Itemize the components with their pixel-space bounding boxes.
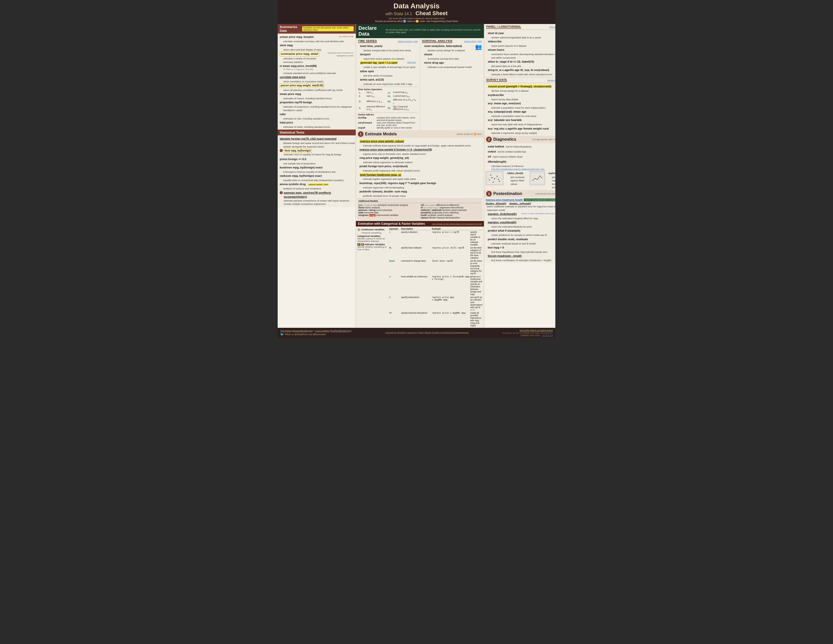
exdesc-header <box>470 227 482 230</box>
op-row-2: F.lead xt+1 F2.2-period lead xt+2 <box>358 95 418 98</box>
jackknife-cmd: jackknife r(mean), double: sum mpg <box>357 189 482 194</box>
ci-cmd: ci mean mpg price, level(99) for Stata 1… <box>278 64 356 71</box>
op-i-desc: specify indicators <box>401 231 431 246</box>
rvfplot-cmd: rvfplot, yline(0) <box>505 171 528 175</box>
declare-data-note: By declaring data type, you enable Stata… <box>386 29 481 34</box>
op-l2: L2. <box>387 91 392 95</box>
op-c: c. <box>389 275 400 295</box>
tsline-cmd: tsline spot <box>358 69 418 74</box>
anova-row: anova systolic drug webuse systolic, cle… <box>278 182 356 187</box>
vif-desc: report variance inflation factor <box>493 156 523 158</box>
post-regress-row: regress price headroom length Used in al… <box>486 198 555 201</box>
declare-data-title: Declare Data <box>359 25 384 37</box>
continuous-icon: ⊙ <box>357 227 360 232</box>
header: Data Analysis with Stata 14.1 Cheat Shee… <box>278 0 555 24</box>
ttest-desc: estimate t test on equality of means for… <box>284 153 341 156</box>
e-class-badge: e <box>416 20 418 23</box>
ex-header: Example <box>432 227 470 230</box>
survival-icon: 👥 <box>475 44 482 50</box>
author2[interactable]: Laura Hughes (lhughes@usaid.gov) <box>315 330 351 332</box>
panel-content: xtset id year declare national longitudi… <box>484 30 555 77</box>
survival-webuse: webuse drugs, clear <box>464 40 482 42</box>
footer-center: inspired by RStudio's awesome Cheat Shee… <box>385 332 468 334</box>
xtline-desc: plot panel data as a line plot <box>486 64 555 68</box>
ivregress-row: ivregress ivreg2 instrumental variables <box>359 214 419 216</box>
diagnostics-header: 2 Diagnostics not appropriate after robu… <box>484 135 555 143</box>
op-ib-desc: specify base indicator <box>401 246 431 259</box>
ttest-indicator: 1 <box>280 149 283 152</box>
post-regress-cmd: regress price headroom length <box>486 198 523 201</box>
survival-title: Survival Analysis <box>422 39 452 43</box>
predict-desc: create predictions for sample on which m… <box>486 233 555 237</box>
survey-title: Survey Data <box>486 78 507 82</box>
useful-addins: Useful Add-Ins tscollap compact time ser… <box>358 113 418 129</box>
op-dhash-desc: specify factorial interactions <box>401 312 431 327</box>
correlate-desc: return correlation or covariance matrix <box>278 80 356 83</box>
tsspell-cmd: tsspell <box>358 127 376 129</box>
op-s: S. <box>358 105 365 111</box>
op-f-desc: lead xt+1 <box>365 95 387 98</box>
ovtest-cmd: ovtest test for omitted variable bias <box>486 149 555 154</box>
continuous-label: Continuous Variables <box>361 228 384 231</box>
rvfplot-desc: plot residuals against fitted values <box>505 175 528 186</box>
footer-right: geocenter.github.io/StataTraining Discla… <box>502 329 553 336</box>
author1[interactable]: Tim Essam (tessam@usaid.gov) <box>280 330 313 332</box>
categorical-section: Estimation with Categorical & Factor Var… <box>356 221 484 328</box>
xtsum-desc: summarize hours worked, decomposing stan… <box>486 53 555 60</box>
time-series-title: Time Series <box>358 39 377 43</box>
svg-point-5 <box>499 181 500 182</box>
pwcorr-cmd: pwcorr price mpg weight, star(0.05) <box>278 83 356 89</box>
survey-webuse: webuse nhanes2b, clear <box>547 79 555 81</box>
dfbeta-cmd: dfbeta(length) <box>486 159 555 164</box>
diff-row: diff user-written difference-in-differen… <box>421 204 482 206</box>
categorical-label: Categorical Variables <box>357 235 388 237</box>
op-ib: ib. <box>389 246 400 259</box>
avplots-cmd: avplots <box>547 171 555 175</box>
post-regress-note: Used in all postestimation examples <box>524 198 555 201</box>
svyset-cmd: svyset psuid [pweight = finalwgt], strat… <box>486 84 555 89</box>
tobit-row: tobit censored data <box>359 211 419 214</box>
arima-desc: estimate an auto-regressive model with 2… <box>358 82 418 85</box>
categorical-more: more details at http://www.stata.com/man… <box>432 223 482 225</box>
survey-header: Survey Data webuse nhanes2b, clear <box>484 77 555 83</box>
survival-subsection: Survival Analysis webuse drugs, clear st… <box>420 38 484 130</box>
svy-subpop-desc: estimate a population mean for rural are… <box>486 114 555 118</box>
margins-dydx-desc: return the estimated marginal effect for… <box>486 217 555 220</box>
op-hash: # <box>389 296 400 311</box>
margins-dydx-note: returns e-class information when post op… <box>521 212 555 215</box>
xtline-cmd: xtline ln_wage if id <= 22, tlabel(#3) <box>486 60 555 64</box>
regress-cmd: regress price mpg weight, robust <box>357 139 482 144</box>
avplots-desc: plot all partial-regression leverage plo… <box>547 175 555 189</box>
diagnostics-num: 2 <box>486 137 492 142</box>
probit-desc: estimate probit regression with robust s… <box>357 169 482 172</box>
dfbeta-note: type help postestimation plots for addit… <box>486 168 555 171</box>
postestimation-num: 3 <box>486 191 492 196</box>
ksmirnov-desc: Kolmogorov-Smirnov equality-of-distribut… <box>278 170 356 174</box>
addl-models-header: Additional Models <box>359 200 481 203</box>
stem-cmd: stem mpg <box>278 43 356 48</box>
summarize-section: Summarize Data Examples use auto.dta (sy… <box>278 24 356 130</box>
op-l: L. <box>358 91 365 95</box>
ttest-highlighted: ttest mpg, by(foreign) <box>284 149 312 153</box>
diagnostics-content: estat hettest test for heteroskedasticit… <box>484 143 555 190</box>
carryforward-desc: carry non-missing values forward from on… <box>376 121 418 127</box>
ttest-row: 1 ttest mpg, by(foreign) estimate t test… <box>278 148 356 157</box>
estimate-models-header: 1 Estimate Models stores results as e-cl… <box>356 130 484 138</box>
univar-note: ssc install univar <box>339 35 354 38</box>
test-desc: test linear hypotheses that mpg estimate… <box>486 250 555 254</box>
dfbeta-desc: calculate measure of influence <box>486 164 555 168</box>
synth-row: synth synthetic control analysis <box>421 214 482 216</box>
margins-eyex-desc: return the estimated elasticity for pric… <box>486 225 555 228</box>
factor-row: factor factor analysis <box>359 206 419 209</box>
estat-hettest-cmd: estat hettest test for heteroskedasticit… <box>486 144 555 149</box>
regress2-desc: regress price only on domestic cars, clu… <box>357 152 482 156</box>
survival-commands: stset studytime, failure(died) declare s… <box>422 44 474 69</box>
op-row-1: L.lag xt-1 L2.2-period lag xt-2 <box>358 91 418 95</box>
geocenter-link[interactable]: geocenter.github.io/StataTraining <box>519 329 553 332</box>
predict2-desc: calculate residuals based on last fit mo… <box>486 242 555 245</box>
svg-point-1 <box>489 180 490 180</box>
center-column: Declare Data By declaring data type, you… <box>356 24 484 328</box>
pwmean-indicator: 2 <box>280 191 283 194</box>
subtitle: with Stata 14.1 <box>386 11 412 16</box>
survey-content: svyset psuid [pweight = finalwgt], strat… <box>484 83 555 135</box>
